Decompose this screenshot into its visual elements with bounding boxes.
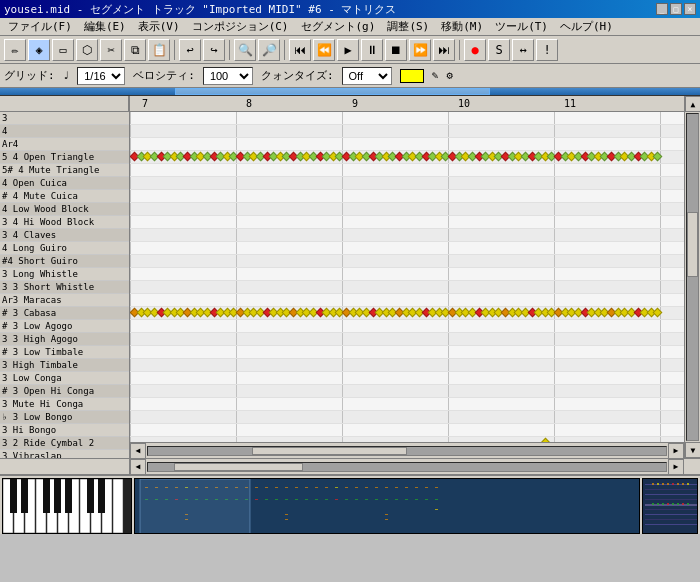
menu-tools[interactable]: ツール(T) xyxy=(489,18,554,35)
tool-record[interactable]: ● xyxy=(464,39,486,61)
menu-edit[interactable]: 編集(E) xyxy=(78,18,132,35)
color-swatch[interactable] xyxy=(400,69,424,83)
grid-row-22[interactable] xyxy=(130,398,684,411)
menu-view[interactable]: 表示(V) xyxy=(132,18,186,35)
quantize-select[interactable]: Off xyxy=(342,67,392,85)
grid-row-12[interactable] xyxy=(130,268,684,281)
grid-row-16[interactable] xyxy=(130,320,684,333)
scroll-left-button[interactable]: ◀ xyxy=(130,443,146,459)
bottom-scroll-right[interactable]: ▶ xyxy=(668,459,684,475)
grid-row-15[interactable] xyxy=(130,307,684,320)
grid-row-25[interactable] xyxy=(130,437,684,442)
tool-erase[interactable]: ⬡ xyxy=(76,39,98,61)
menu-adjust[interactable]: 調整(S) xyxy=(381,18,435,35)
bar-line xyxy=(130,268,131,280)
tool-solo[interactable]: S xyxy=(488,39,510,61)
menu-file[interactable]: ファイル(F) xyxy=(2,18,78,35)
tool-redo[interactable]: ↪ xyxy=(203,39,225,61)
tool-zoom-in[interactable]: 🔍 xyxy=(234,39,256,61)
grid-row-5[interactable] xyxy=(130,177,684,190)
overview-strip xyxy=(134,478,640,534)
tool-pencil[interactable]: ✏ xyxy=(4,39,26,61)
svg-point-102 xyxy=(682,483,684,485)
grid-row-10[interactable] xyxy=(130,242,684,255)
menu-move[interactable]: 移動(M) xyxy=(435,18,489,35)
scroll-down-button[interactable]: ▼ xyxy=(685,442,700,458)
tool-copy[interactable]: ⧉ xyxy=(124,39,146,61)
title-bar: yousei.mid - セグメント トラック "Imported MIDI" … xyxy=(0,0,700,18)
track-label-1: 4 xyxy=(0,125,129,138)
transport-next[interactable]: ⏩ xyxy=(409,39,431,61)
scroll-thumb[interactable] xyxy=(252,447,407,455)
grid-row-2[interactable] xyxy=(130,138,684,151)
scroll-up-button[interactable]: ▲ xyxy=(685,96,700,112)
tool-snap[interactable]: ! xyxy=(536,39,558,61)
bar-line xyxy=(236,242,237,254)
transport-prev[interactable]: ⏪ xyxy=(313,39,335,61)
grid-row-20[interactable] xyxy=(130,372,684,385)
grid-rows[interactable] xyxy=(130,112,684,442)
grid-row-24[interactable] xyxy=(130,424,684,437)
bottom-scroll-track[interactable] xyxy=(147,462,667,472)
grid-row-11[interactable] xyxy=(130,255,684,268)
bottom-scroll-thumb[interactable] xyxy=(174,463,304,471)
tool-paste[interactable]: 📋 xyxy=(148,39,170,61)
scroll-right-button[interactable]: ▶ xyxy=(668,443,684,459)
note-diamond[interactable] xyxy=(653,152,663,162)
tool-select[interactable]: ◈ xyxy=(28,39,50,61)
bottom-scroll-left[interactable]: ◀ xyxy=(130,459,146,475)
menu-segment[interactable]: セグメント(g) xyxy=(295,18,382,35)
transport-end[interactable]: ⏭ xyxy=(433,39,455,61)
grid-row-18[interactable] xyxy=(130,346,684,359)
grid-row-17[interactable] xyxy=(130,333,684,346)
grid-row-0[interactable] xyxy=(130,112,684,125)
track-label-16: # 3 Low Agogo xyxy=(0,320,129,333)
main-area: 34Ar45 4 Open Triangle5# 4 Mute Triangle… xyxy=(0,96,700,458)
svg-rect-34 xyxy=(305,487,308,488)
grid-row-9[interactable] xyxy=(130,229,684,242)
bar-line xyxy=(130,255,131,267)
grid-row-7[interactable] xyxy=(130,203,684,216)
grid-row-21[interactable] xyxy=(130,385,684,398)
velocity-select[interactable]: 100 xyxy=(203,67,253,85)
scroll-track[interactable] xyxy=(147,446,667,456)
transport-pause[interactable]: ⏸ xyxy=(361,39,383,61)
grid-row-19[interactable] xyxy=(130,359,684,372)
close-button[interactable]: × xyxy=(684,3,696,15)
grid-row-3[interactable] xyxy=(130,151,684,164)
note-diamond[interactable] xyxy=(653,308,663,318)
transport-rewind[interactable]: ⏮ xyxy=(289,39,311,61)
horizontal-scrollbar[interactable]: ◀ ▶ xyxy=(130,442,684,458)
grid-row-6[interactable] xyxy=(130,190,684,203)
icon-settings[interactable]: ⚙ xyxy=(446,69,453,82)
maximize-button[interactable]: □ xyxy=(670,3,682,15)
grid-row-14[interactable] xyxy=(130,294,684,307)
svg-point-108 xyxy=(672,503,674,505)
bar-line xyxy=(236,177,237,189)
bar-line xyxy=(236,112,237,124)
grid-row-1[interactable] xyxy=(130,125,684,138)
bottom-h-scroll[interactable]: ◀ ▶ xyxy=(130,459,684,474)
bar-line xyxy=(554,177,555,189)
tool-zoom-out[interactable]: 🔎 xyxy=(258,39,280,61)
tool-rect[interactable]: ▭ xyxy=(52,39,74,61)
grid-row-8[interactable] xyxy=(130,216,684,229)
transport-stop[interactable]: ⏹ xyxy=(385,39,407,61)
grid-row-13[interactable] xyxy=(130,281,684,294)
grid-row-4[interactable] xyxy=(130,164,684,177)
icon-pencil-tool[interactable]: ✎ xyxy=(432,69,439,82)
grid-row-23[interactable] xyxy=(130,411,684,424)
menu-composition[interactable]: コンポジション(C) xyxy=(186,18,295,35)
menu-help[interactable]: ヘルプ(H) xyxy=(554,18,619,35)
tool-undo[interactable]: ↩ xyxy=(179,39,201,61)
vertical-scrollbar[interactable]: ▲ ▼ xyxy=(684,96,700,458)
bar-line xyxy=(236,372,237,384)
tool-loop[interactable]: ↔ xyxy=(512,39,534,61)
grid-select[interactable]: 1/16 1/8 1/4 xyxy=(77,67,125,85)
v-scroll-track[interactable] xyxy=(686,113,699,441)
note-diamond[interactable] xyxy=(540,438,550,442)
minimize-button[interactable]: _ xyxy=(656,3,668,15)
transport-play[interactable]: ▶ xyxy=(337,39,359,61)
tool-cut[interactable]: ✂ xyxy=(100,39,122,61)
v-scroll-thumb[interactable] xyxy=(687,212,698,277)
